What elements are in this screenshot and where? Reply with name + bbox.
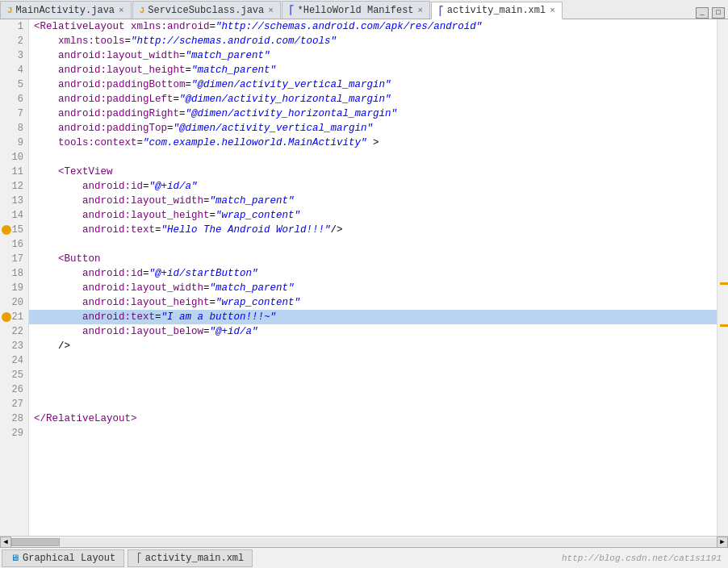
code-lines: <RelativeLayout xmlns:android="http://sc… xyxy=(29,19,717,441)
line-number-4: 4 xyxy=(0,63,28,77)
code-line-17: <Button xyxy=(29,252,717,266)
bottom-tab-graphical-layout[interactable]: 🖥Graphical Layout xyxy=(2,549,124,567)
line-number-24: 24 xyxy=(0,353,28,368)
code-line-11: <TextView xyxy=(29,165,717,179)
tab-tab-activity[interactable]: ⎡activity_main.xml× xyxy=(431,2,563,19)
code-line-28: </RelativeLayout> xyxy=(29,411,717,426)
code-line-5: android:paddingBottom="@dimen/activity_v… xyxy=(29,77,717,92)
code-line-2: xmlns:tools="http://schemas.android.com/… xyxy=(29,34,717,48)
line-number-25: 25 xyxy=(0,368,28,382)
tab-bar: JMainActivity.java×JServiceSubclass.java… xyxy=(0,0,728,19)
window-controls: _ □ xyxy=(696,7,728,19)
tab-tab-service[interactable]: JServiceSubclass.java× xyxy=(132,1,281,19)
bottom-bar: 🖥Graphical Layout⎡activity_main.xml http… xyxy=(0,547,728,568)
horizontal-scrollbar[interactable]: ◀ ▶ xyxy=(0,536,728,547)
code-line-29 xyxy=(29,426,717,441)
bottom-tab-icon: 🖥 xyxy=(10,553,19,563)
gutter-marker xyxy=(720,282,728,285)
code-line-7: android:paddingRight="@dimen/activity_ho… xyxy=(29,106,717,121)
line-number-15: 15 xyxy=(0,223,28,237)
line-number-2: 2 xyxy=(0,34,28,48)
line-number-16: 16 xyxy=(0,237,28,252)
code-line-19: android:layout_width="match_parent" xyxy=(29,281,717,295)
right-gutter xyxy=(717,19,728,536)
code-line-9: tools:context="com.example.helloworld.Ma… xyxy=(29,136,717,150)
code-line-10 xyxy=(29,150,717,165)
code-line-14: android:layout_height="wrap_content" xyxy=(29,208,717,223)
line-number-14: 14 xyxy=(0,208,28,223)
scroll-track[interactable] xyxy=(11,538,717,546)
maximize-button[interactable]: □ xyxy=(712,7,725,19)
code-line-23: /> xyxy=(29,339,717,353)
code-line-4: android:layout_height="match_parent" xyxy=(29,63,717,77)
bottom-tab-activity-main-xml[interactable]: ⎡activity_main.xml xyxy=(128,549,253,567)
code-line-13: android:layout_width="match_parent" xyxy=(29,194,717,208)
bottom-tab-icon: ⎡ xyxy=(136,553,142,563)
line-number-29: 29 xyxy=(0,426,28,441)
scroll-thumb[interactable] xyxy=(11,538,60,546)
code-line-6: android:paddingLeft="@dimen/activity_hor… xyxy=(29,92,717,106)
line-number-3: 3 xyxy=(0,48,28,63)
line-number-13: 13 xyxy=(0,194,28,208)
line-number-11: 11 xyxy=(0,165,28,179)
line-number-18: 18 xyxy=(0,266,28,281)
code-line-27 xyxy=(29,397,717,411)
code-line-20: android:layout_height="wrap_content" xyxy=(29,295,717,310)
line-number-27: 27 xyxy=(0,397,28,411)
code-line-26 xyxy=(29,382,717,397)
code-line-18: android:id="@+id/startButton" xyxy=(29,266,717,281)
watermark: http://blog.csdn.net/cat1s1191 xyxy=(562,553,728,563)
scroll-right-button[interactable]: ▶ xyxy=(717,537,728,548)
minimize-button[interactable]: _ xyxy=(696,7,709,19)
line-number-5: 5 xyxy=(0,77,28,92)
line-number-28: 28 xyxy=(0,411,28,426)
code-line-16 xyxy=(29,237,717,252)
tab-tab-manifest[interactable]: ⎡*HelloWorld Manifest× xyxy=(282,1,430,19)
code-line-15: android:text="Hello The Android World!!!… xyxy=(29,223,717,237)
code-line-8: android:paddingTop="@dimen/activity_vert… xyxy=(29,121,717,136)
line-number-20: 20 xyxy=(0,295,28,310)
editor-container: 1234567891011121314151617181920212223242… xyxy=(0,19,728,536)
code-line-25 xyxy=(29,368,717,382)
line-number-10: 10 xyxy=(0,150,28,165)
code-line-1: <RelativeLayout xmlns:android="http://sc… xyxy=(29,19,717,34)
code-line-22: android:layout_below="@+id/a" xyxy=(29,324,717,339)
line-number-22: 22 xyxy=(0,324,28,339)
gutter-marker xyxy=(720,324,728,327)
line-number-9: 9 xyxy=(0,136,28,150)
line-number-12: 12 xyxy=(0,179,28,194)
line-number-23: 23 xyxy=(0,339,28,353)
code-line-24 xyxy=(29,353,717,368)
code-line-21: android:text="I am a button!!!~" xyxy=(29,310,717,324)
line-numbers: 1234567891011121314151617181920212223242… xyxy=(0,19,29,536)
code-line-3: android:layout_width="match_parent" xyxy=(29,48,717,63)
code-area[interactable]: <RelativeLayout xmlns:android="http://sc… xyxy=(29,19,717,536)
line-number-8: 8 xyxy=(0,121,28,136)
line-number-26: 26 xyxy=(0,382,28,397)
line-number-19: 19 xyxy=(0,281,28,295)
line-number-1: 1 xyxy=(0,19,28,34)
code-line-12: android:id="@+id/a" xyxy=(29,179,717,194)
line-number-7: 7 xyxy=(0,106,28,121)
line-number-6: 6 xyxy=(0,92,28,106)
scroll-left-button[interactable]: ◀ xyxy=(0,537,11,548)
line-number-17: 17 xyxy=(0,252,28,266)
line-number-21: 21 xyxy=(0,310,28,324)
tab-tab-main[interactable]: JMainActivity.java× xyxy=(0,1,132,19)
